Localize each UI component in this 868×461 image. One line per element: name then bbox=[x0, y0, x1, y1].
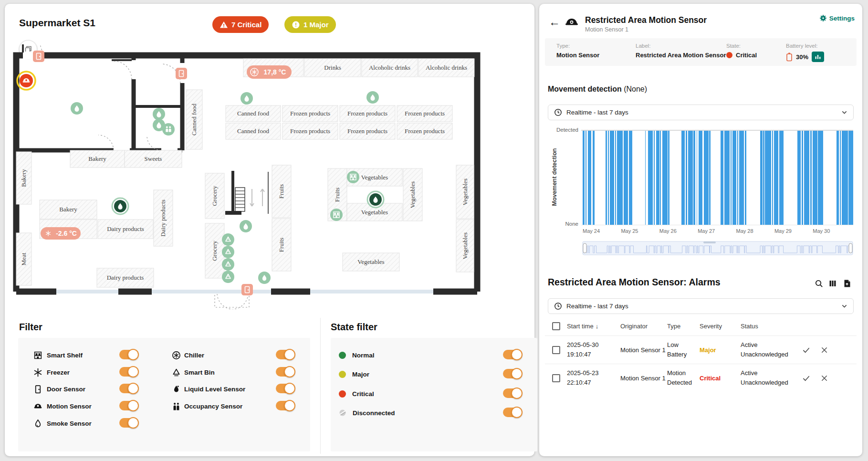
row-checkbox[interactable] bbox=[552, 346, 560, 354]
toggle-state-normal[interactable] bbox=[503, 350, 521, 359]
detection-interval-bar bbox=[802, 131, 803, 225]
detection-interval-bar bbox=[779, 131, 784, 225]
alarm-status: ActiveUnacknowledged bbox=[741, 368, 797, 388]
detection-interval-bar bbox=[681, 131, 685, 225]
chart-x-tick: May 25 bbox=[614, 228, 645, 234]
back-button[interactable]: ← bbox=[549, 16, 560, 28]
door-sensor-marker[interactable] bbox=[176, 68, 187, 79]
motion-sensor-marker[interactable] bbox=[17, 72, 35, 90]
toggle-motion-sensor[interactable] bbox=[119, 401, 137, 410]
toggle-occupancy-sensor[interactable] bbox=[276, 401, 294, 410]
detection-interval-bar bbox=[704, 131, 709, 225]
supermarket-floorplan[interactable]: DrinksDrinksAlcoholic drinksAlcoholic dr… bbox=[5, 44, 530, 319]
row-checkbox[interactable] bbox=[552, 374, 560, 382]
chiller-icon bbox=[172, 351, 181, 360]
floorplan-area: Vegetables bbox=[347, 203, 402, 221]
col-status[interactable]: Status bbox=[741, 323, 797, 330]
detection-interval-bar bbox=[610, 131, 614, 225]
battery-icon bbox=[786, 52, 793, 62]
navigator-right-handle[interactable] bbox=[849, 243, 852, 253]
detection-interval-bar bbox=[606, 131, 607, 225]
floorplan-area: Dairy products bbox=[98, 220, 153, 239]
bin-sensor-marker[interactable] bbox=[222, 246, 234, 258]
clear-button[interactable] bbox=[815, 346, 833, 354]
major-count-badge[interactable]: 1 Major bbox=[284, 16, 336, 33]
sensor-title: Restricted Area Motion Sensor bbox=[585, 15, 707, 25]
navigator-left-handle[interactable] bbox=[583, 243, 586, 253]
shelf-sensor-marker[interactable] bbox=[330, 209, 343, 221]
battery-history-button[interactable] bbox=[812, 52, 824, 62]
alarms-timerange-select[interactable]: Realtime - last 7 days bbox=[548, 298, 854, 314]
acknowledge-button[interactable] bbox=[797, 346, 815, 354]
info-state: State: Critical bbox=[726, 43, 757, 59]
bin-sensor-marker[interactable] bbox=[222, 233, 234, 246]
door-sensor-marker[interactable] bbox=[33, 51, 44, 62]
floorplan-area: Grocery bbox=[205, 223, 224, 278]
shelf-sensor-marker[interactable] bbox=[347, 171, 359, 183]
critical-count-badge[interactable]: 7 Critical bbox=[212, 16, 269, 33]
col-originator[interactable]: Originator bbox=[620, 323, 667, 330]
svg-text:Canned food: Canned food bbox=[237, 127, 269, 135]
filter-divider bbox=[320, 318, 321, 454]
columns-icon[interactable] bbox=[828, 279, 837, 288]
liquid-sensor-marker[interactable] bbox=[258, 272, 271, 284]
smoke-sensor-marker[interactable] bbox=[71, 102, 83, 115]
smoke-sensor-marker[interactable] bbox=[367, 191, 384, 208]
toggle-door-sensor[interactable] bbox=[119, 384, 137, 393]
chart-timerange-select[interactable]: Realtime - last 7 days bbox=[548, 105, 854, 120]
smoke-sensor-marker[interactable] bbox=[153, 108, 165, 120]
detection-interval-bar bbox=[745, 131, 746, 225]
smoke-sensor-marker[interactable] bbox=[241, 92, 253, 105]
search-icon[interactable] bbox=[815, 279, 823, 288]
toggle-smoke-sensor[interactable] bbox=[119, 418, 137, 428]
toggle-smart-shelf[interactable] bbox=[119, 350, 137, 359]
acknowledge-button[interactable] bbox=[797, 374, 815, 382]
detection-interval-bar bbox=[688, 131, 693, 225]
smoke-sensor-marker[interactable] bbox=[112, 198, 128, 214]
alarms-table-header: Start time↓ Originator Type Severity Sta… bbox=[545, 316, 857, 335]
floorplan-area: Grocery bbox=[205, 173, 224, 219]
info-type: Type: Motion Sensor bbox=[556, 43, 599, 59]
settings-button[interactable]: Settings bbox=[819, 14, 855, 22]
floorplan-area: Dairy products bbox=[154, 190, 173, 246]
floorplan-area: Fruits bbox=[272, 165, 291, 218]
smoke-sensor-marker[interactable] bbox=[366, 91, 379, 104]
liquid-icon bbox=[172, 385, 181, 394]
clear-button[interactable] bbox=[815, 374, 833, 382]
export-file-icon[interactable] bbox=[843, 279, 851, 288]
floorplan-area: Frozen products bbox=[340, 105, 395, 122]
col-start-time[interactable]: Start time↓ bbox=[567, 323, 620, 330]
info-label: Label: Restricted Area Motion Sensor bbox=[636, 43, 726, 59]
alarm-originator: Motion Sensor 1 bbox=[620, 375, 667, 382]
toggle-liquid-level-sensor[interactable] bbox=[276, 384, 294, 393]
toggle-state-major[interactable] bbox=[503, 369, 521, 378]
alarm-row[interactable]: 2025-05-2322:10:47 Motion Sensor 1 Motio… bbox=[545, 364, 857, 392]
door-sensor-marker[interactable] bbox=[241, 284, 253, 295]
alarm-row[interactable]: 2025-05-3019:10:47 Motion Sensor 1 LowBa… bbox=[545, 335, 857, 364]
floorplan-area: Vegetables bbox=[456, 165, 474, 219]
bin-sensor-marker[interactable] bbox=[222, 271, 234, 283]
floorplan-area: Frozen products bbox=[282, 123, 338, 139]
detection-interval-bar bbox=[737, 131, 738, 225]
motion-icon bbox=[33, 402, 42, 411]
toggle-smart-bin[interactable] bbox=[276, 367, 294, 377]
chart-range-navigator[interactable] bbox=[582, 240, 853, 257]
svg-text:17,8 °C: 17,8 °C bbox=[264, 68, 286, 76]
occupancy-sensor-marker[interactable] bbox=[162, 123, 175, 136]
toggle-freezer[interactable] bbox=[119, 367, 137, 377]
freezer-reading-pill[interactable]: -2.6 °C bbox=[41, 227, 81, 240]
movement-detection-chart[interactable] bbox=[581, 130, 853, 225]
svg-text:Canned food: Canned food bbox=[190, 104, 198, 136]
bin-sensor-marker[interactable] bbox=[222, 258, 234, 271]
svg-text:Vegetables: Vegetables bbox=[357, 258, 384, 265]
toggle-state-critical[interactable] bbox=[503, 388, 521, 398]
select-all-checkbox[interactable] bbox=[552, 322, 560, 330]
toggle-chiller[interactable] bbox=[276, 350, 294, 359]
col-severity[interactable]: Severity bbox=[700, 323, 741, 330]
chiller-reading-pill[interactable]: 17,8 °C bbox=[247, 65, 292, 79]
col-type[interactable]: Type bbox=[667, 323, 700, 330]
state-filter-item-major: Major bbox=[339, 368, 369, 380]
smoke-sensor-marker[interactable] bbox=[240, 220, 252, 232]
alarm-type: LowBattery bbox=[667, 340, 700, 359]
toggle-state-disconnected[interactable] bbox=[503, 408, 521, 417]
